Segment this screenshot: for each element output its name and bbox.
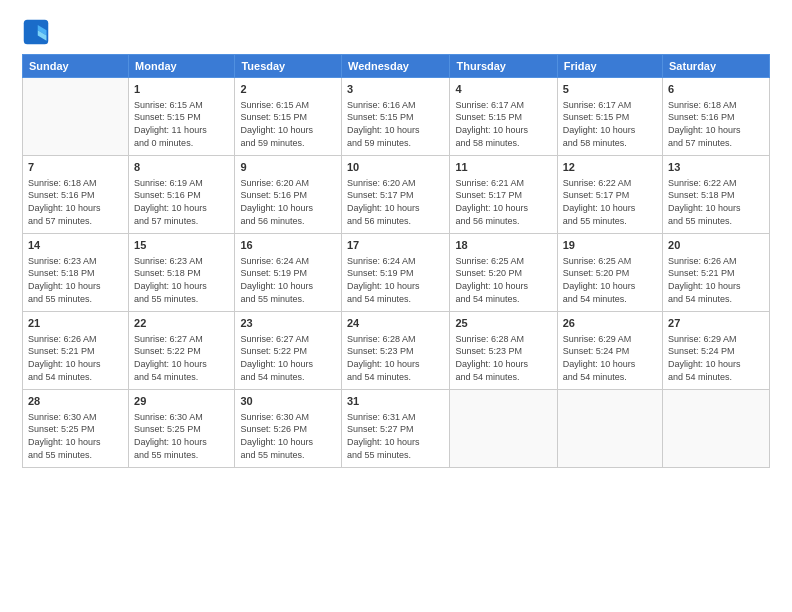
day-number: 31 [347,394,445,409]
calendar-cell: 22Sunrise: 6:27 AM Sunset: 5:22 PM Dayli… [129,312,235,390]
calendar-cell: 31Sunrise: 6:31 AM Sunset: 5:27 PM Dayli… [341,390,450,468]
calendar-week-row: 14Sunrise: 6:23 AM Sunset: 5:18 PM Dayli… [23,234,770,312]
calendar-cell [557,390,662,468]
day-number: 10 [347,160,445,175]
day-info: Sunrise: 6:30 AM Sunset: 5:26 PM Dayligh… [240,411,336,461]
day-number: 11 [455,160,551,175]
calendar-cell: 21Sunrise: 6:26 AM Sunset: 5:21 PM Dayli… [23,312,129,390]
day-number: 13 [668,160,764,175]
calendar-week-row: 21Sunrise: 6:26 AM Sunset: 5:21 PM Dayli… [23,312,770,390]
calendar-cell [450,390,557,468]
day-number: 25 [455,316,551,331]
calendar-cell: 15Sunrise: 6:23 AM Sunset: 5:18 PM Dayli… [129,234,235,312]
day-info: Sunrise: 6:31 AM Sunset: 5:27 PM Dayligh… [347,411,445,461]
calendar-cell: 3Sunrise: 6:16 AM Sunset: 5:15 PM Daylig… [341,78,450,156]
day-number: 2 [240,82,336,97]
day-number: 14 [28,238,123,253]
header [22,18,770,46]
calendar-cell: 12Sunrise: 6:22 AM Sunset: 5:17 PM Dayli… [557,156,662,234]
day-info: Sunrise: 6:22 AM Sunset: 5:18 PM Dayligh… [668,177,764,227]
header-day: Thursday [450,55,557,78]
calendar-page: SundayMondayTuesdayWednesdayThursdayFrid… [0,0,792,612]
calendar-cell: 24Sunrise: 6:28 AM Sunset: 5:23 PM Dayli… [341,312,450,390]
day-info: Sunrise: 6:15 AM Sunset: 5:15 PM Dayligh… [134,99,229,149]
day-number: 30 [240,394,336,409]
day-number: 23 [240,316,336,331]
day-info: Sunrise: 6:28 AM Sunset: 5:23 PM Dayligh… [455,333,551,383]
day-info: Sunrise: 6:25 AM Sunset: 5:20 PM Dayligh… [455,255,551,305]
day-number: 18 [455,238,551,253]
day-info: Sunrise: 6:20 AM Sunset: 5:17 PM Dayligh… [347,177,445,227]
day-number: 3 [347,82,445,97]
day-info: Sunrise: 6:17 AM Sunset: 5:15 PM Dayligh… [563,99,657,149]
calendar-cell [23,78,129,156]
day-info: Sunrise: 6:24 AM Sunset: 5:19 PM Dayligh… [240,255,336,305]
day-info: Sunrise: 6:25 AM Sunset: 5:20 PM Dayligh… [563,255,657,305]
day-info: Sunrise: 6:26 AM Sunset: 5:21 PM Dayligh… [28,333,123,383]
calendar-cell: 9Sunrise: 6:20 AM Sunset: 5:16 PM Daylig… [235,156,342,234]
day-number: 20 [668,238,764,253]
day-info: Sunrise: 6:22 AM Sunset: 5:17 PM Dayligh… [563,177,657,227]
day-number: 29 [134,394,229,409]
header-day: Friday [557,55,662,78]
header-row: SundayMondayTuesdayWednesdayThursdayFrid… [23,55,770,78]
day-info: Sunrise: 6:30 AM Sunset: 5:25 PM Dayligh… [28,411,123,461]
day-info: Sunrise: 6:28 AM Sunset: 5:23 PM Dayligh… [347,333,445,383]
calendar-cell: 18Sunrise: 6:25 AM Sunset: 5:20 PM Dayli… [450,234,557,312]
calendar-table: SundayMondayTuesdayWednesdayThursdayFrid… [22,54,770,468]
day-number: 12 [563,160,657,175]
day-number: 22 [134,316,229,331]
day-number: 7 [28,160,123,175]
day-info: Sunrise: 6:21 AM Sunset: 5:17 PM Dayligh… [455,177,551,227]
header-day: Wednesday [341,55,450,78]
logo-icon [22,18,50,46]
header-day: Tuesday [235,55,342,78]
day-info: Sunrise: 6:30 AM Sunset: 5:25 PM Dayligh… [134,411,229,461]
calendar-cell: 13Sunrise: 6:22 AM Sunset: 5:18 PM Dayli… [663,156,770,234]
calendar-cell: 26Sunrise: 6:29 AM Sunset: 5:24 PM Dayli… [557,312,662,390]
day-info: Sunrise: 6:15 AM Sunset: 5:15 PM Dayligh… [240,99,336,149]
day-number: 8 [134,160,229,175]
calendar-cell: 10Sunrise: 6:20 AM Sunset: 5:17 PM Dayli… [341,156,450,234]
day-info: Sunrise: 6:26 AM Sunset: 5:21 PM Dayligh… [668,255,764,305]
calendar-cell: 30Sunrise: 6:30 AM Sunset: 5:26 PM Dayli… [235,390,342,468]
calendar-body: 1Sunrise: 6:15 AM Sunset: 5:15 PM Daylig… [23,78,770,468]
calendar-cell [663,390,770,468]
header-day: Saturday [663,55,770,78]
day-number: 28 [28,394,123,409]
calendar-cell: 23Sunrise: 6:27 AM Sunset: 5:22 PM Dayli… [235,312,342,390]
day-number: 21 [28,316,123,331]
day-number: 26 [563,316,657,331]
day-number: 1 [134,82,229,97]
day-number: 24 [347,316,445,331]
calendar-cell: 5Sunrise: 6:17 AM Sunset: 5:15 PM Daylig… [557,78,662,156]
calendar-cell: 29Sunrise: 6:30 AM Sunset: 5:25 PM Dayli… [129,390,235,468]
calendar-cell: 14Sunrise: 6:23 AM Sunset: 5:18 PM Dayli… [23,234,129,312]
calendar-cell: 19Sunrise: 6:25 AM Sunset: 5:20 PM Dayli… [557,234,662,312]
calendar-week-row: 28Sunrise: 6:30 AM Sunset: 5:25 PM Dayli… [23,390,770,468]
day-info: Sunrise: 6:18 AM Sunset: 5:16 PM Dayligh… [28,177,123,227]
day-info: Sunrise: 6:16 AM Sunset: 5:15 PM Dayligh… [347,99,445,149]
calendar-cell: 20Sunrise: 6:26 AM Sunset: 5:21 PM Dayli… [663,234,770,312]
day-info: Sunrise: 6:24 AM Sunset: 5:19 PM Dayligh… [347,255,445,305]
calendar-cell: 16Sunrise: 6:24 AM Sunset: 5:19 PM Dayli… [235,234,342,312]
calendar-cell: 11Sunrise: 6:21 AM Sunset: 5:17 PM Dayli… [450,156,557,234]
day-info: Sunrise: 6:29 AM Sunset: 5:24 PM Dayligh… [563,333,657,383]
day-info: Sunrise: 6:20 AM Sunset: 5:16 PM Dayligh… [240,177,336,227]
day-number: 17 [347,238,445,253]
day-info: Sunrise: 6:18 AM Sunset: 5:16 PM Dayligh… [668,99,764,149]
day-number: 6 [668,82,764,97]
header-day: Monday [129,55,235,78]
calendar-cell: 7Sunrise: 6:18 AM Sunset: 5:16 PM Daylig… [23,156,129,234]
day-number: 4 [455,82,551,97]
day-info: Sunrise: 6:29 AM Sunset: 5:24 PM Dayligh… [668,333,764,383]
day-number: 15 [134,238,229,253]
calendar-cell: 2Sunrise: 6:15 AM Sunset: 5:15 PM Daylig… [235,78,342,156]
calendar-cell: 1Sunrise: 6:15 AM Sunset: 5:15 PM Daylig… [129,78,235,156]
day-number: 16 [240,238,336,253]
day-info: Sunrise: 6:19 AM Sunset: 5:16 PM Dayligh… [134,177,229,227]
day-info: Sunrise: 6:27 AM Sunset: 5:22 PM Dayligh… [134,333,229,383]
day-info: Sunrise: 6:23 AM Sunset: 5:18 PM Dayligh… [28,255,123,305]
header-day: Sunday [23,55,129,78]
day-info: Sunrise: 6:17 AM Sunset: 5:15 PM Dayligh… [455,99,551,149]
